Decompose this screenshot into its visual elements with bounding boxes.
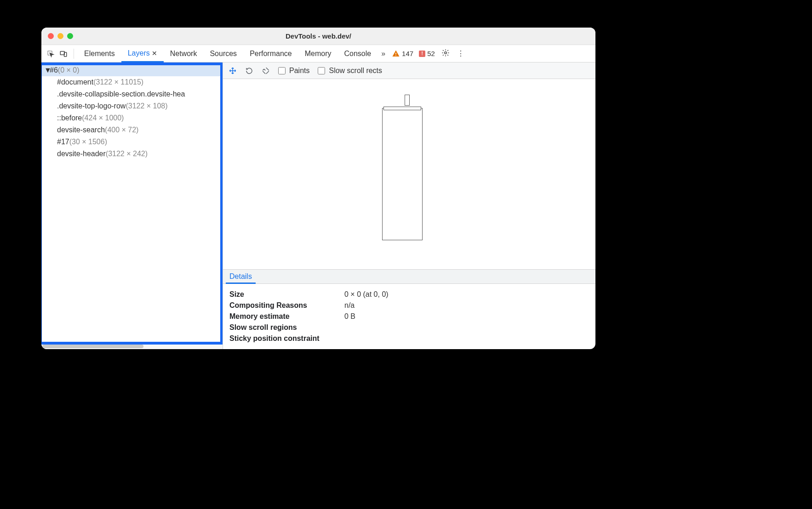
details-row-sticky: Sticky position constraint [229, 334, 589, 343]
reset-icon[interactable] [262, 67, 270, 75]
tabs-bar: Elements Layers ✕ Network Sources Perfor… [41, 45, 595, 62]
tree-root[interactable]: ▼#6(0 × 0) [41, 64, 223, 76]
paints-checkbox-input[interactable] [278, 67, 286, 74]
paints-label: Paints [289, 67, 309, 75]
details-row-size: Size0 × 0 (at 0, 0) [229, 290, 589, 299]
tree-item[interactable]: .devsite-collapsible-section.devsite-hea [41, 88, 223, 100]
layers-tree[interactable]: ▼#6(0 × 0) #document(3122 × 11015) .devs… [41, 62, 223, 343]
close-icon[interactable]: ✕ [152, 50, 157, 57]
details-row-slow-scroll: Slow scroll regions [229, 323, 589, 332]
tree-item[interactable]: #document(3122 × 11015) [41, 76, 223, 88]
layer-rect[interactable] [383, 107, 421, 110]
window-title: DevTools - web.dev/ [41, 32, 595, 40]
slow-scroll-label: Slow scroll rects [329, 67, 382, 75]
errors-count: 52 [427, 50, 435, 57]
tab-sources[interactable]: Sources [203, 45, 243, 62]
close-icon[interactable] [48, 33, 54, 39]
more-tabs-icon[interactable]: » [377, 50, 389, 58]
svg-rect-4 [395, 55, 396, 56]
paints-checkbox[interactable]: Paints [278, 67, 309, 75]
tab-elements[interactable]: Elements [78, 45, 121, 62]
layers-3d-view[interactable] [223, 79, 595, 269]
titlebar: DevTools - web.dev/ [41, 28, 595, 45]
tree-item[interactable]: #17(30 × 1506) [41, 136, 223, 148]
tab-network[interactable]: Network [164, 45, 204, 62]
layer-rect[interactable] [405, 95, 410, 106]
slow-scroll-checkbox-input[interactable] [318, 67, 325, 74]
tree-item[interactable]: ::before(424 × 1000) [41, 112, 223, 124]
details-row-compositing: Compositing Reasonsn/a [229, 301, 589, 310]
tree-item[interactable]: devsite-header(3122 × 242) [41, 148, 223, 160]
tab-layers-label: Layers [128, 49, 150, 57]
layers-toolbar: Paints Slow scroll rects [223, 62, 595, 79]
svg-rect-3 [395, 52, 396, 54]
tab-console[interactable]: Console [338, 45, 378, 62]
details-tabbar: Details [223, 269, 595, 284]
maximize-icon[interactable] [67, 33, 73, 39]
settings-icon[interactable] [438, 49, 453, 59]
slow-scroll-checkbox[interactable]: Slow scroll rects [318, 67, 382, 75]
tree-root-dim: (0 × 0) [58, 66, 80, 74]
error-icon: ! [419, 51, 425, 57]
pan-icon[interactable] [229, 67, 237, 75]
rotate-icon[interactable] [245, 67, 253, 75]
separator [74, 49, 74, 59]
details-body: Size0 × 0 (at 0, 0) Compositing Reasonsn… [223, 284, 595, 349]
minimize-icon[interactable] [57, 33, 63, 39]
more-menu-icon[interactable]: ⋮ [453, 49, 468, 58]
warnings-badge[interactable]: 147 [389, 50, 416, 58]
traffic-lights [48, 33, 73, 39]
warnings-count: 147 [402, 50, 413, 57]
details-row-memory: Memory estimate0 B [229, 312, 589, 321]
layers-right-panel: Paints Slow scroll rects Details Size0 ×… [223, 62, 595, 349]
scrollbar-thumb[interactable] [42, 345, 143, 348]
main-content: ▼#6(0 × 0) #document(3122 × 11015) .devs… [41, 62, 595, 349]
tree-item[interactable]: .devsite-top-logo-row(3122 × 108) [41, 100, 223, 112]
horizontal-scrollbar[interactable] [41, 343, 223, 349]
tree-root-name: #6 [50, 66, 58, 74]
layer-rect[interactable] [382, 108, 423, 240]
devtools-window: DevTools - web.dev/ Elements Layers ✕ Ne… [41, 28, 595, 349]
layers-side-panel: ▼#6(0 × 0) #document(3122 × 11015) .devs… [41, 62, 223, 349]
svg-point-5 [445, 51, 447, 54]
tab-performance[interactable]: Performance [243, 45, 298, 62]
caret-down-icon[interactable]: ▼ [44, 64, 50, 76]
inspect-icon[interactable] [44, 50, 57, 58]
details-tab[interactable]: Details [226, 271, 256, 284]
tab-layers[interactable]: Layers ✕ [121, 45, 164, 62]
tree-item[interactable]: devsite-search(400 × 72) [41, 124, 223, 136]
errors-badge[interactable]: ! 52 [416, 50, 438, 57]
device-toggle-icon[interactable] [57, 50, 70, 58]
tab-memory[interactable]: Memory [298, 45, 338, 62]
